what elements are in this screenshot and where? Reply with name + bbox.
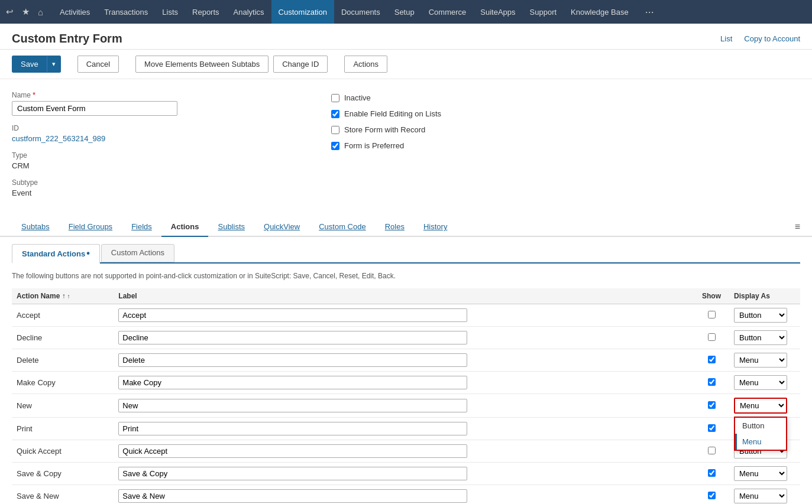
label-cell xyxy=(114,304,694,327)
display-as-select[interactable]: ButtonMenu xyxy=(734,330,787,345)
table-row: PrintButtonMenu xyxy=(12,418,800,440)
display-as-select[interactable]: ButtonMenu xyxy=(734,353,787,368)
tab-subtabs[interactable]: Subtabs xyxy=(12,217,59,237)
table-row: Save & NewButtonMenu xyxy=(12,485,800,505)
label-input[interactable] xyxy=(118,399,467,412)
home-icon[interactable]: ⌂ xyxy=(38,7,43,17)
action-name-cell: Save & Copy xyxy=(12,463,114,485)
save-button[interactable]: Save xyxy=(12,56,47,72)
table-row: Save & CopyButtonMenu xyxy=(12,463,800,485)
nav-item-knowledgebase[interactable]: Knowledge Base xyxy=(564,0,636,24)
label-cell xyxy=(114,418,694,440)
list-link[interactable]: List xyxy=(720,34,732,43)
label-cell xyxy=(114,440,694,463)
form-section: Name * ID custform_222_563214_989 Type C… xyxy=(0,79,812,212)
label-cell xyxy=(114,485,694,505)
show-checkbox[interactable] xyxy=(708,311,716,318)
nav-item-suiteapps[interactable]: SuiteApps xyxy=(473,0,522,24)
label-input[interactable] xyxy=(118,376,467,389)
action-name-cell: Make Copy xyxy=(12,372,114,394)
nav-item-setup[interactable]: Setup xyxy=(387,0,422,24)
table-row: Make CopyButtonMenu xyxy=(12,372,800,394)
preferred-checkbox-group: Form is Preferred xyxy=(331,141,568,150)
subtab-standard-actions[interactable]: Standard Actions• xyxy=(12,244,100,264)
type-label: Type xyxy=(12,151,308,160)
label-input[interactable] xyxy=(118,331,467,344)
fieldedit-checkbox-group: Enable Field Editing on Lists xyxy=(331,109,568,118)
move-elements-button[interactable]: Move Elements Between Subtabs xyxy=(135,56,268,73)
col-display-as: Display As xyxy=(729,288,800,304)
nav-item-documents[interactable]: Documents xyxy=(334,0,387,24)
nav-item-support[interactable]: Support xyxy=(523,0,564,24)
tab-sublists[interactable]: Sublists xyxy=(208,217,254,237)
display-as-select[interactable]: ButtonMenu xyxy=(734,489,787,503)
tab-fields[interactable]: Fields xyxy=(122,217,161,237)
nav-item-activities[interactable]: Activities xyxy=(53,0,97,24)
display-as-select[interactable]: ButtonMenu xyxy=(734,398,787,414)
show-checkbox[interactable] xyxy=(708,401,716,409)
subtype-label: Subtype xyxy=(12,178,308,187)
field-editing-checkbox[interactable] xyxy=(331,110,339,118)
dropdown-option-button[interactable]: Button xyxy=(735,418,786,434)
display-as-dropdown-container: ButtonMenu xyxy=(734,330,787,345)
nav-more-icon[interactable]: ··· xyxy=(638,0,661,24)
name-label: Name * xyxy=(12,91,308,99)
display-as-dropdown-container: ButtonMenu xyxy=(734,308,787,323)
label-input[interactable] xyxy=(118,422,467,435)
col-action-name[interactable]: Action Name ↑ xyxy=(12,288,114,304)
tab-fieldgroups[interactable]: Field Groups xyxy=(59,217,122,237)
show-cell xyxy=(694,440,729,463)
name-input[interactable] xyxy=(12,101,177,116)
nav-item-transactions[interactable]: Transactions xyxy=(97,0,155,24)
history-icon[interactable]: ↩ xyxy=(6,6,14,17)
favorites-icon[interactable]: ★ xyxy=(22,6,30,17)
show-checkbox[interactable] xyxy=(708,424,716,432)
display-as-select[interactable]: ButtonMenu xyxy=(734,466,787,481)
cancel-button[interactable]: Cancel xyxy=(77,56,119,73)
show-checkbox[interactable] xyxy=(708,492,716,499)
nav-item-analytics[interactable]: Analytics xyxy=(227,0,271,24)
nav-item-reports[interactable]: Reports xyxy=(185,0,227,24)
change-id-button[interactable]: Change ID xyxy=(273,56,328,73)
display-as-select[interactable]: ButtonMenu xyxy=(734,308,787,323)
nav-item-lists[interactable]: Lists xyxy=(155,0,185,24)
field-editing-label: Enable Field Editing on Lists xyxy=(344,109,441,118)
tab-actions[interactable]: Actions xyxy=(161,217,209,237)
notice-bar: The following buttons are not supported … xyxy=(12,268,800,284)
tab-history[interactable]: History xyxy=(414,217,457,237)
form-preferred-checkbox[interactable] xyxy=(331,142,339,150)
label-input[interactable] xyxy=(118,308,467,322)
subtype-field-group: Subtype Event xyxy=(12,178,308,197)
copy-to-account-link[interactable]: Copy to Account xyxy=(744,34,800,43)
show-checkbox[interactable] xyxy=(708,447,716,454)
tab-customcode[interactable]: Custom Code xyxy=(309,217,375,237)
tab-menu-icon[interactable]: ≡ xyxy=(795,222,800,232)
col-show: Show xyxy=(694,288,729,304)
dropdown-option-menu[interactable]: Menu xyxy=(735,434,786,450)
actions-button[interactable]: Actions xyxy=(344,56,387,73)
label-input[interactable] xyxy=(118,489,467,503)
id-value[interactable]: custform_222_563214_989 xyxy=(12,134,308,143)
table-row: DeclineButtonMenu xyxy=(12,327,800,349)
display-as-cell: ButtonMenu xyxy=(729,372,800,394)
show-checkbox[interactable] xyxy=(708,469,716,477)
type-value: CRM xyxy=(12,161,308,170)
nav-item-commerce[interactable]: Commerce xyxy=(422,0,474,24)
table-header-row: Action Name ↑ Label Show Display As xyxy=(12,288,800,304)
show-checkbox[interactable] xyxy=(708,356,716,363)
form-left: Name * ID custform_222_563214_989 Type C… xyxy=(12,91,308,206)
subtab-custom-actions[interactable]: Custom Actions xyxy=(101,244,174,262)
show-checkbox[interactable] xyxy=(708,333,716,341)
display-as-select[interactable]: ButtonMenu xyxy=(734,375,787,390)
nav-item-customization[interactable]: Customization xyxy=(271,0,334,24)
label-input[interactable] xyxy=(118,467,467,480)
label-input[interactable] xyxy=(118,353,467,367)
show-checkbox[interactable] xyxy=(708,378,716,386)
save-dropdown-button[interactable]: ▾ xyxy=(47,56,60,72)
store-form-checkbox[interactable] xyxy=(331,126,339,134)
show-cell xyxy=(694,349,729,372)
tab-roles[interactable]: Roles xyxy=(376,217,414,237)
label-input[interactable] xyxy=(118,444,467,458)
tab-quickview[interactable]: QuickView xyxy=(254,217,309,237)
inactive-checkbox[interactable] xyxy=(331,94,339,102)
